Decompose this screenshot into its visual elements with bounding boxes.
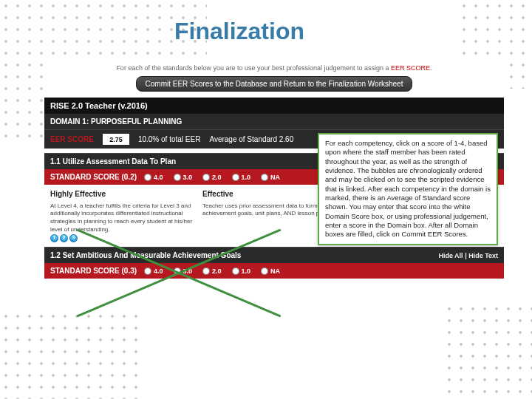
standard-score-label: STANDARD SCORE (0.3)	[50, 267, 137, 275]
domain-title: DOMAIN 1: PURPOSEFUL PLANNING	[50, 117, 182, 126]
domain-row: DOMAIN 1: PURPOSEFUL PLANNING	[44, 114, 504, 129]
standard-1-2-title: 1.2 Set Ambitious And Measurable Achieve…	[44, 247, 504, 263]
evidence-bubble[interactable]: 3	[69, 234, 78, 242]
rubric-header: RISE 2.0 Teacher (v.2016)	[44, 98, 504, 114]
evidence-bubbles[interactable]: 1 2 3	[50, 234, 78, 242]
score-radio-2[interactable]: 2.0	[202, 174, 222, 181]
standard-1-2-score-row: STANDARD SCORE (0.3) 4.0 3.0 2.0 1.0 NA	[44, 263, 504, 279]
avg-std: Average of Standard 2.60	[209, 135, 293, 143]
score-radio-1[interactable]: 1.0	[232, 267, 251, 275]
decorative-dots	[443, 303, 532, 399]
standard-score-label: STANDARD SCORE (0.2)	[50, 173, 137, 181]
evidence-bubble[interactable]: 1	[50, 234, 58, 242]
score-radio-4[interactable]: 4.0	[144, 267, 163, 275]
hide-links[interactable]: Hide All | Hide Text	[438, 252, 498, 259]
score-radio-3[interactable]: 3.0	[174, 267, 193, 275]
score-radio-na[interactable]: NA	[261, 267, 280, 275]
score-radio-3[interactable]: 3.0	[174, 174, 193, 181]
help-tooltip: For each competency, click on a score of…	[318, 133, 498, 245]
page-title: Finalization	[0, 0, 532, 45]
eer-weight: 10.0% of total EER	[138, 135, 201, 143]
score-radio-group[interactable]: 4.0 3.0 2.0 1.0 NA	[144, 267, 280, 275]
eer-score-input[interactable]	[103, 134, 129, 145]
score-radio-na[interactable]: NA	[261, 174, 280, 181]
score-radio-group[interactable]: 4.0 3.0 2.0 1.0 NA	[144, 174, 280, 181]
eer-score-label: EER SCORE	[50, 135, 94, 143]
evidence-bubble[interactable]: 2	[60, 234, 68, 242]
score-radio-1[interactable]: 1.0	[232, 174, 251, 181]
score-radio-4[interactable]: 4.0	[144, 174, 163, 181]
decorative-dots	[0, 310, 140, 399]
commit-button[interactable]: Commit EER Scores to the Database and Re…	[136, 76, 413, 92]
score-radio-2[interactable]: 2.0	[202, 267, 222, 275]
instruction-line: For each of the standards below you are …	[44, 60, 504, 75]
col-highly-effective: Highly Effective At Level 4, a teacher f…	[50, 189, 194, 242]
